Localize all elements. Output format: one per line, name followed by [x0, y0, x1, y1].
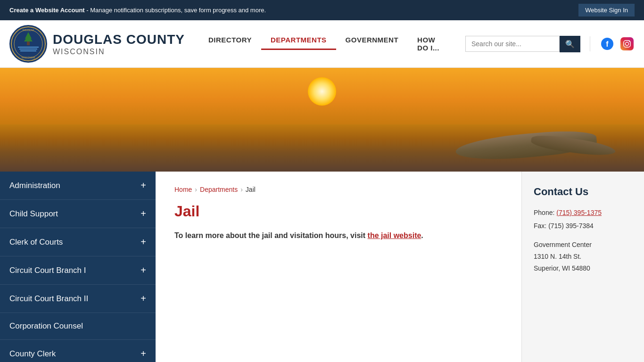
- banner-text: Create a Website Account - Manage notifi…: [9, 7, 266, 14]
- svg-text:DOUGLAS: DOUGLAS: [23, 29, 34, 32]
- address-line3: Superior, WI 54880: [534, 263, 632, 274]
- instagram-icon: [620, 37, 634, 50]
- facebook-icon: f: [601, 37, 614, 50]
- svg-rect-12: [620, 37, 634, 50]
- sidebar-item-circuit-court-2[interactable]: Circuit Court Branch II +: [0, 285, 156, 313]
- top-banner: Create a Website Account - Manage notifi…: [0, 0, 644, 20]
- sidebar-plus-circuit-court-2: +: [140, 293, 146, 304]
- logo-link[interactable]: DOUGLAS WISCONSIN DOUGLAS COUNTY WISCONS…: [9, 25, 185, 63]
- hero-sunset: [0, 68, 644, 172]
- sidebar-label-circuit-court-2: Circuit Court Branch II: [9, 294, 88, 304]
- right-panel: Contact Us Phone: (715) 395-1375 Fax: (7…: [521, 172, 644, 362]
- sidebar-label-circuit-court-1: Circuit Court Branch I: [9, 266, 86, 275]
- county-seal-icon: DOUGLAS WISCONSIN: [11, 26, 46, 61]
- description-end: .: [421, 231, 423, 239]
- sidebar-label-county-clerk: County Clerk: [9, 349, 56, 359]
- sidebar-item-circuit-court-1[interactable]: Circuit Court Branch I +: [0, 256, 156, 285]
- search-area: 🔍: [465, 36, 580, 52]
- sidebar-item-child-support[interactable]: Child Support +: [0, 200, 156, 228]
- site-title: DOUGLAS COUNTY WISCONSIN: [53, 32, 185, 57]
- hero-banner: [0, 68, 644, 172]
- search-input[interactable]: [465, 36, 560, 52]
- site-header: DOUGLAS WISCONSIN DOUGLAS COUNTY WISCONS…: [0, 20, 644, 68]
- nav-item-directory[interactable]: DIRECTORY: [199, 31, 261, 57]
- banner-suffix: - Manage notification subscriptions, sav…: [85, 7, 266, 14]
- breadcrumb-sep-1: ›: [195, 186, 197, 193]
- contact-address: Government Center 1310 N. 14th St. Super…: [534, 239, 632, 275]
- sidebar-plus-administration: +: [140, 180, 146, 191]
- svg-point-15: [629, 41, 630, 42]
- address-line2: 1310 N. 14th St.: [534, 251, 632, 263]
- nav-links: DIRECTORY DEPARTMENTS GOVERNMENT HOW DO …: [199, 31, 456, 57]
- fax-label: Fax:: [534, 222, 546, 230]
- page-layout: Administration + Child Support + Clerk o…: [0, 172, 644, 362]
- breadcrumb-current: Jail: [246, 186, 256, 193]
- contact-phone-line: Phone: (715) 395-1375: [534, 207, 632, 218]
- nav-link-government[interactable]: GOVERNMENT: [336, 31, 408, 49]
- description-text: To learn more about the jail and visitat…: [174, 231, 368, 239]
- main-nav: DIRECTORY DEPARTMENTS GOVERNMENT HOW DO …: [199, 31, 635, 57]
- nav-item-government[interactable]: GOVERNMENT: [336, 31, 408, 57]
- sidebar-label-child-support: Child Support: [9, 209, 58, 219]
- sidebar-label-corporation-counsel: Corporation Counsel: [9, 321, 83, 331]
- sidebar-label-clerk-of-courts: Clerk of Courts: [9, 238, 63, 247]
- fax-number: (715) 395-7384: [548, 222, 594, 230]
- state-name: WISCONSIN: [53, 47, 185, 56]
- sidebar: Administration + Child Support + Clerk o…: [0, 172, 156, 362]
- sidebar-label-administration: Administration: [9, 181, 60, 190]
- sign-in-button[interactable]: Website Sign In: [578, 4, 635, 16]
- social-icons: f: [590, 36, 635, 51]
- search-button[interactable]: 🔍: [560, 36, 580, 52]
- nav-item-how[interactable]: HOW DO I...: [408, 31, 456, 57]
- phone-number[interactable]: (715) 395-1375: [556, 209, 602, 216]
- contact-fax-line: Fax: (715) 395-7384: [534, 221, 632, 231]
- breadcrumb-home[interactable]: Home: [174, 186, 192, 193]
- sidebar-plus-circuit-court-1: +: [140, 265, 146, 276]
- facebook-link[interactable]: f: [600, 36, 615, 51]
- county-name: DOUGLAS COUNTY: [53, 32, 185, 48]
- sidebar-plus-child-support: +: [140, 208, 146, 219]
- sidebar-plus-county-clerk: +: [140, 348, 146, 359]
- instagram-link[interactable]: [619, 36, 635, 51]
- sidebar-item-clerk-of-courts[interactable]: Clerk of Courts +: [0, 228, 156, 256]
- sidebar-plus-clerk-of-courts: +: [140, 237, 146, 247]
- nav-link-departments[interactable]: DEPARTMENTS: [261, 31, 336, 50]
- svg-text:WISCONSIN: WISCONSIN: [22, 56, 35, 59]
- contact-title: Contact Us: [534, 186, 632, 198]
- logo-circle: DOUGLAS WISCONSIN: [9, 25, 47, 63]
- nav-item-departments[interactable]: DEPARTMENTS: [261, 31, 336, 57]
- banner-bold: Create a Website Account: [9, 7, 85, 14]
- jail-website-link[interactable]: the jail website: [368, 231, 421, 239]
- breadcrumb: Home › Departments › Jail: [174, 186, 503, 193]
- search-icon: 🔍: [565, 40, 575, 48]
- hero-sun: [308, 77, 336, 106]
- nav-link-directory[interactable]: DIRECTORY: [199, 31, 261, 49]
- svg-rect-4: [27, 41, 30, 45]
- main-content: Home › Departments › Jail Jail To learn …: [156, 172, 521, 362]
- breadcrumb-sep-2: ›: [240, 186, 243, 193]
- svg-text:f: f: [606, 40, 609, 48]
- page-description: To learn more about the jail and visitat…: [174, 230, 503, 242]
- sidebar-item-administration[interactable]: Administration +: [0, 172, 156, 200]
- phone-label: Phone:: [534, 209, 554, 216]
- breadcrumb-departments[interactable]: Departments: [200, 186, 238, 193]
- sidebar-item-county-clerk[interactable]: County Clerk +: [0, 340, 156, 362]
- nav-link-how[interactable]: HOW DO I...: [408, 31, 456, 57]
- address-line1: Government Center: [534, 239, 632, 251]
- sidebar-item-corporation-counsel[interactable]: Corporation Counsel: [0, 313, 156, 340]
- page-title: Jail: [174, 203, 503, 220]
